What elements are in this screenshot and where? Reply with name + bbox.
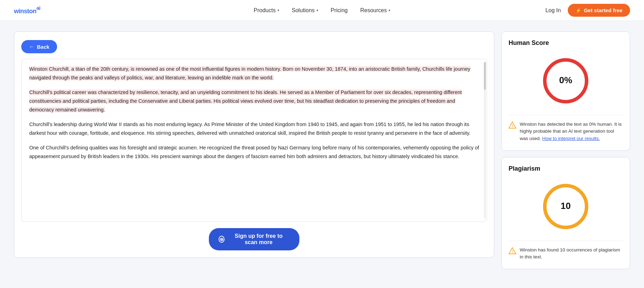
main-content: ← Back Winston Churchill, a titan of the… bbox=[0, 21, 644, 280]
get-started-button[interactable]: ⚡ Get started free bbox=[568, 4, 630, 17]
chevron-down-icon: ▾ bbox=[316, 8, 318, 12]
text-analysis-panel: ← Back Winston Churchill, a titan of the… bbox=[14, 31, 494, 258]
plagiarism-gauge: 10 bbox=[509, 179, 623, 234]
logo[interactable]: winstonai bbox=[14, 5, 40, 16]
human-score-warning: ! Winston has detected the text as 0% hu… bbox=[509, 119, 623, 143]
logo-super: ai bbox=[37, 5, 41, 11]
logo-text: winston bbox=[14, 8, 37, 15]
warning-icon: ! bbox=[509, 247, 516, 255]
scrollbar-thumb[interactable] bbox=[484, 62, 486, 90]
plagiarism-warning: ! Winston has found 10 occurrences of pl… bbox=[509, 245, 623, 262]
back-button[interactable]: ← Back bbox=[21, 40, 57, 53]
text-body: Winston Churchill, a titan of the 20th c… bbox=[22, 59, 487, 166]
human-score-warning-text: Winston has detected the text as 0% huma… bbox=[520, 121, 623, 142]
right-panel: Human Score 0% ! Winston has bbox=[501, 31, 630, 269]
arrow-left-icon: ← bbox=[29, 44, 34, 50]
human-score-card: Human Score 0% ! Winston has bbox=[501, 31, 630, 151]
header: winstonai Products ▾ Solutions ▾ Pricing… bbox=[0, 0, 644, 21]
plagiarism-card: Plagiarism 10 ! Winston has found 10 oc bbox=[501, 157, 630, 270]
chevron-down-icon: ▾ bbox=[277, 8, 279, 12]
chevron-down-icon: ▾ bbox=[388, 8, 390, 12]
svg-text:!: ! bbox=[512, 124, 513, 128]
nav-item-resources[interactable]: Resources ▾ bbox=[360, 7, 390, 14]
scrollbar-track bbox=[484, 62, 486, 219]
text-content-area[interactable]: Winston Churchill, a titan of the 20th c… bbox=[21, 59, 487, 222]
svg-text:!: ! bbox=[512, 249, 513, 254]
nav-item-products[interactable]: Products ▾ bbox=[254, 7, 279, 14]
scan-more-button[interactable]: ⊕ Sign up for free to scan more bbox=[209, 228, 299, 250]
divider bbox=[509, 241, 623, 241]
nav-item-pricing[interactable]: Pricing bbox=[331, 7, 348, 14]
bolt-icon: ⚡ bbox=[575, 8, 581, 13]
human-score-gauge: 0% bbox=[509, 53, 623, 109]
interpret-results-link[interactable]: How to interpret our results. bbox=[542, 136, 600, 141]
human-score-title: Human Score bbox=[509, 39, 623, 47]
paragraph-1: Winston Churchill, a titan of the 20th c… bbox=[28, 65, 480, 82]
plagiarism-circle-chart: 10 bbox=[538, 179, 594, 234]
svg-text:10: 10 bbox=[561, 201, 571, 211]
nav-item-solutions[interactable]: Solutions ▾ bbox=[292, 7, 318, 14]
human-score-circle-chart: 0% bbox=[538, 53, 594, 109]
plus-circle-icon: ⊕ bbox=[219, 236, 225, 243]
login-button[interactable]: Log In bbox=[545, 7, 561, 14]
svg-text:0%: 0% bbox=[559, 75, 572, 85]
paragraph-4: One of Churchill's defining qualities wa… bbox=[28, 143, 480, 161]
warning-icon: ! bbox=[509, 121, 516, 129]
main-nav: Products ▾ Solutions ▾ Pricing Resources… bbox=[254, 7, 390, 14]
paragraph-2: Churchill's political career was charact… bbox=[28, 88, 480, 114]
header-right: Log In ⚡ Get started free bbox=[545, 4, 630, 17]
plagiarism-title: Plagiarism bbox=[509, 165, 623, 172]
paragraph-3: Churchill's leadership during World War … bbox=[28, 120, 480, 137]
divider bbox=[509, 115, 623, 115]
plagiarism-warning-text: Winston has found 10 occurrences of plag… bbox=[520, 247, 623, 261]
